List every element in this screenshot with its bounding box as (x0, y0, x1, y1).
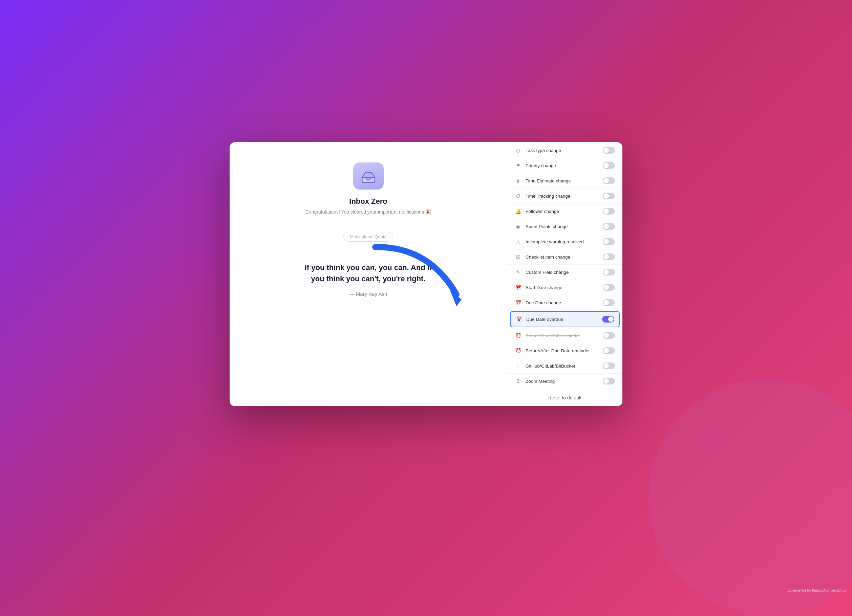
toggle-incomplete-warning-resolved[interactable] (603, 238, 615, 245)
setting-icon-priority-change: ⚑ (515, 162, 521, 169)
toggle-github-gitlab-bitbucket[interactable] (603, 363, 615, 369)
setting-label-follower-change: Follower change (526, 209, 603, 214)
toggle-task-type-change[interactable] (603, 147, 615, 154)
setting-row-before-start-date-reminder: ⏰Before Start Date reminder (507, 328, 622, 343)
toggle-time-estimate-change[interactable] (603, 177, 615, 184)
toggle-custom-field-change[interactable] (603, 269, 615, 276)
setting-icon-time-tracking-change: ⏱ (515, 193, 521, 199)
screenshot-credit: Screenshot by theproductivedad.com (787, 588, 849, 592)
toggle-due-date-change[interactable] (603, 299, 615, 306)
setting-icon-before-start-date-reminder: ⏰ (515, 332, 521, 339)
setting-row-due-date-overdue: 📅Due Date overdue (510, 311, 620, 327)
inbox-icon (353, 163, 384, 190)
setting-icon-due-date-overdue: 📅 (515, 316, 522, 322)
setting-label-due-date-change: Due Date change (526, 300, 603, 305)
setting-label-before-after-due-date-reminder: Before/After Due Date reminder (526, 348, 603, 353)
setting-row-priority-change: ⚑Priority change (507, 158, 622, 173)
setting-label-time-estimate-change: Time Estimate change (526, 178, 603, 184)
setting-icon-follower-change: 🔔 (515, 208, 521, 215)
setting-label-start-date-change: Start Date change (526, 285, 603, 290)
toggle-follower-change[interactable] (603, 208, 615, 215)
left-panel: Inbox Zero Congratulations! You cleared … (230, 142, 507, 406)
setting-label-custom-field-change: Custom Field change (526, 270, 603, 275)
setting-row-due-date-change: 📅Due Date change (507, 295, 622, 310)
setting-icon-custom-field-change: ✎ (515, 269, 521, 276)
reset-footer: Reset to default (507, 389, 622, 406)
setting-label-due-date-overdue: Due Date overdue (526, 317, 602, 322)
setting-row-checklist-item-change: ☑Checklist item change (507, 250, 622, 265)
setting-label-time-tracking-change: Time Tracking change (526, 194, 603, 199)
toggle-due-date-overdue[interactable] (602, 316, 614, 322)
setting-row-custom-field-change: ✎Custom Field change (507, 265, 622, 280)
toggle-time-tracking-change[interactable] (603, 193, 615, 199)
setting-label-zoom-meeting: Zoom Meeting (526, 379, 603, 384)
setting-icon-before-after-due-date-reminder: ⏰ (515, 347, 521, 354)
toggle-checklist-item-change[interactable] (603, 253, 615, 260)
inbox-subtitle: Congratulations! You cleared your import… (305, 209, 431, 215)
setting-icon-sprint-points-change: ◉ (515, 223, 521, 230)
motivational-quote-button[interactable]: Motivational Quote (343, 232, 393, 242)
setting-row-sprint-points-change: ◉Sprint Points change (507, 219, 622, 234)
inbox-svg (360, 167, 377, 184)
setting-icon-due-date-change: 📅 (515, 299, 521, 306)
setting-row-incomplete-warning-resolved: △Incomplete warning resolved (507, 234, 622, 250)
setting-icon-time-estimate-change: ⧗ (515, 177, 521, 184)
right-panel: 📎Attachment change✏️Task name change☰Tas… (507, 142, 622, 406)
setting-label-priority-change: Priority change (526, 163, 603, 168)
toggle-start-date-change[interactable] (603, 284, 615, 291)
toggle-before-after-due-date-reminder[interactable] (603, 347, 615, 354)
settings-list: 📎Attachment change✏️Task name change☰Tas… (507, 142, 622, 389)
setting-label-github-gitlab-bitbucket: GitHub/GitLab/BitBucket (526, 363, 603, 369)
setting-row-follower-change: 🔔Follower change (507, 204, 622, 219)
setting-icon-start-date-change: 📅 (515, 284, 521, 291)
setting-row-task-type-change: ◷Task type change (507, 143, 622, 158)
main-window: Inbox Zero Congratulations! You cleared … (230, 142, 622, 406)
reset-to-default-button[interactable]: Reset to default (548, 395, 582, 401)
setting-row-github-gitlab-bitbucket: ⑂GitHub/GitLab/BitBucket (507, 358, 622, 374)
setting-label-task-type-change: Task type change (526, 148, 603, 153)
setting-row-time-tracking-change: ⏱Time Tracking change (507, 188, 622, 204)
inbox-title: Inbox Zero (349, 197, 387, 206)
quote-text: If you think you can, you can. And if yo… (297, 262, 440, 284)
setting-icon-incomplete-warning-resolved: △ (515, 238, 521, 245)
setting-row-start-date-change: 📅Start Date change (507, 280, 622, 295)
toggle-zoom-meeting[interactable] (603, 378, 615, 384)
setting-icon-github-gitlab-bitbucket: ⑂ (515, 363, 521, 369)
divider (243, 225, 493, 225)
setting-icon-checklist-item-change: ☑ (515, 253, 521, 260)
setting-label-before-start-date-reminder: Before Start Date reminder (526, 333, 603, 338)
setting-icon-task-type-change: ◷ (515, 147, 521, 154)
toggle-priority-change[interactable] (603, 162, 615, 169)
setting-label-checklist-item-change: Checklist item change (526, 255, 603, 260)
setting-label-sprint-points-change: Sprint Points change (526, 224, 603, 229)
setting-row-time-estimate-change: ⧗Time Estimate change (507, 173, 622, 188)
quote-author: — Mary Kay Ash (349, 291, 387, 297)
setting-row-before-after-due-date-reminder: ⏰Before/After Due Date reminder (507, 343, 622, 358)
setting-icon-zoom-meeting: Z (515, 378, 521, 384)
setting-row-zoom-meeting: ZZoom Meeting (507, 374, 622, 389)
toggle-sprint-points-change[interactable] (603, 223, 615, 230)
setting-label-incomplete-warning-resolved: Incomplete warning resolved (526, 239, 603, 244)
toggle-before-start-date-reminder[interactable] (603, 332, 615, 339)
